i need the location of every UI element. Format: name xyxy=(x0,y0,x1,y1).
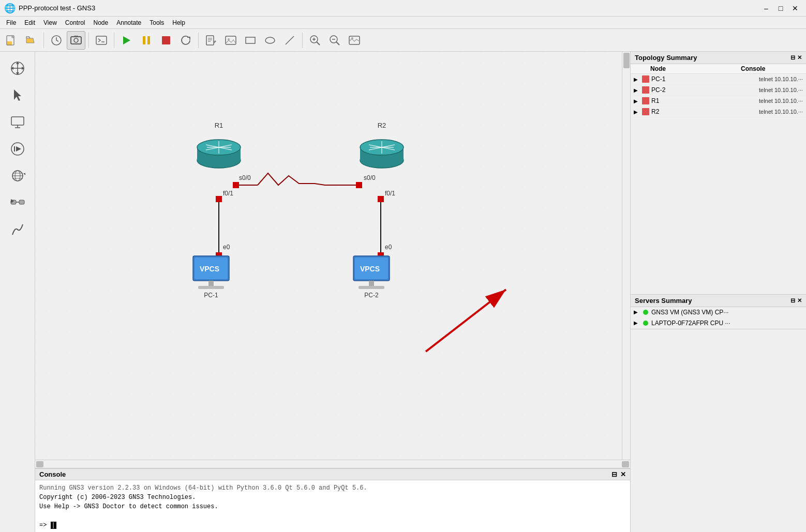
menu-file[interactable]: File xyxy=(2,18,20,27)
move-tool-button[interactable] xyxy=(5,56,30,81)
svg-rect-94 xyxy=(208,281,214,286)
app-icon: 🌐 xyxy=(4,3,16,14)
status-icon-r2 xyxy=(642,108,649,115)
screenshot-button[interactable] xyxy=(67,31,85,50)
console-header: Console ⊟ ✕ xyxy=(35,469,630,480)
network-button[interactable] xyxy=(5,163,30,188)
open-button[interactable] xyxy=(22,31,40,50)
console-line-2: Copyright (c) 2006-2023 GNS3 Technologie… xyxy=(39,493,626,502)
svg-text:VPCS: VPCS xyxy=(200,265,219,273)
node-name-pc1: PC-1 xyxy=(651,75,759,83)
svg-text:PC-2: PC-2 xyxy=(364,292,379,299)
display-button[interactable] xyxy=(5,110,30,134)
console-line-blank xyxy=(39,511,626,521)
screenshot2-button[interactable] xyxy=(345,31,364,50)
svg-text:VPCS: VPCS xyxy=(360,265,380,273)
menu-annotate[interactable]: Annotate xyxy=(112,18,145,27)
pause-all-button[interactable] xyxy=(137,31,156,50)
svg-rect-95 xyxy=(198,286,224,289)
servers-summary: Servers Summary ⊟ ✕ ▶ GNS3 VM (GNS3 VM) … xyxy=(631,295,806,329)
cable-button[interactable] xyxy=(5,217,30,242)
line-button[interactable] xyxy=(280,31,299,50)
toolbar-sep-4 xyxy=(198,33,199,48)
status-dot-laptop xyxy=(643,321,648,326)
menu-help[interactable]: Help xyxy=(168,18,189,27)
servers-pin-icon[interactable]: ⊟ xyxy=(790,297,795,304)
topology-col-icon xyxy=(643,65,650,72)
title-controls: – □ ✕ xyxy=(759,2,802,15)
svg-rect-12 xyxy=(147,36,150,44)
svg-text:PC-1: PC-1 xyxy=(204,292,218,299)
servers-close-icon[interactable]: ✕ xyxy=(797,297,802,304)
history-button[interactable] xyxy=(47,31,66,50)
console-icon-2[interactable]: ✕ xyxy=(620,470,626,478)
terminal-button[interactable] xyxy=(92,31,111,50)
close-button[interactable]: ✕ xyxy=(788,2,802,15)
select-tool-button[interactable] xyxy=(5,83,30,108)
svg-point-21 xyxy=(265,37,275,43)
svg-marker-39 xyxy=(14,89,21,101)
node-name-pc2: PC-2 xyxy=(651,86,759,94)
svg-rect-57 xyxy=(35,52,630,460)
connect-button[interactable] xyxy=(5,190,30,215)
svg-rect-11 xyxy=(143,36,145,44)
edit-note-button[interactable] xyxy=(202,31,220,50)
canvas-hscroll[interactable] xyxy=(35,460,630,468)
expand-icon-r2[interactable]: ▶ xyxy=(634,109,640,115)
svg-rect-64 xyxy=(356,182,362,188)
canvas-wrapper[interactable]: s0/0 s0/0 f0/1 f0/1 e0 e0 xyxy=(35,52,630,460)
left-sidebar xyxy=(0,52,35,532)
expand-icon-gns3vm[interactable]: ▶ xyxy=(634,309,640,315)
topology-pin-icon[interactable]: ⊟ xyxy=(790,54,795,61)
menu-edit[interactable]: Edit xyxy=(20,18,39,27)
toolbar-sep-1 xyxy=(43,33,44,48)
topology-title: Topology Summary xyxy=(635,54,697,62)
menu-tools[interactable]: Tools xyxy=(145,18,168,27)
topology-summary: Topology Summary ⊟ ✕ Node Console ▶ xyxy=(631,52,806,295)
zoom-in-button[interactable] xyxy=(306,31,324,50)
svg-rect-5 xyxy=(71,37,81,44)
menu-control[interactable]: Control xyxy=(61,18,89,27)
svg-rect-20 xyxy=(246,37,255,43)
canvas-vscroll[interactable] xyxy=(622,52,630,460)
menu-view[interactable]: View xyxy=(39,18,61,27)
expand-icon-pc2[interactable]: ▶ xyxy=(634,87,640,93)
menu-bar: File Edit View Control Node Annotate Too… xyxy=(0,17,806,29)
maximize-button[interactable]: □ xyxy=(774,2,787,15)
ellipse-button[interactable] xyxy=(261,31,279,50)
start-all-button[interactable] xyxy=(117,31,136,50)
server-row-laptop[interactable]: ▶ LAPTOP-0F72AFPR CPU ··· xyxy=(631,318,806,329)
toolbar-sep-3 xyxy=(114,33,114,48)
console-content[interactable]: Running GNS3 version 2.2.33 on Windows (… xyxy=(35,480,630,532)
playback-button[interactable] xyxy=(5,136,30,161)
topology-row-r1[interactable]: ▶ R1 telnet 10.10.10.··· xyxy=(631,96,806,107)
reload-button[interactable] xyxy=(176,31,195,50)
svg-marker-44 xyxy=(16,146,21,151)
network-diagram[interactable]: s0/0 s0/0 f0/1 f0/1 e0 e0 xyxy=(35,52,630,460)
expand-icon-r1[interactable]: ▶ xyxy=(634,98,640,104)
menu-node[interactable]: Node xyxy=(89,18,113,27)
svg-line-22 xyxy=(286,36,294,44)
console-icon-1[interactable]: ⊟ xyxy=(611,470,617,478)
topology-row-pc2[interactable]: ▶ PC-2 telnet 10.10.10.··· xyxy=(631,85,806,96)
minimize-button[interactable]: – xyxy=(759,2,773,15)
new-button[interactable] xyxy=(2,31,21,50)
servers-header: Servers Summary ⊟ ✕ xyxy=(631,295,806,307)
svg-rect-63 xyxy=(233,182,239,188)
expand-icon-laptop[interactable]: ▶ xyxy=(634,320,640,326)
svg-marker-51 xyxy=(23,173,25,175)
server-name-gns3vm: GNS3 VM (GNS3 VM) CP··· xyxy=(651,309,728,316)
topology-header: Topology Summary ⊟ ✕ xyxy=(631,52,806,64)
stop-all-button[interactable] xyxy=(157,31,175,50)
server-row-gns3vm[interactable]: ▶ GNS3 VM (GNS3 VM) CP··· xyxy=(631,307,806,318)
topology-row-pc1[interactable]: ▶ PC-1 telnet 10.10.10.··· xyxy=(631,74,806,85)
rectangle-button[interactable] xyxy=(241,31,260,50)
title-bar: 🌐 PPP-protocol test - GNS3 – □ ✕ xyxy=(0,0,806,17)
node-name-r2: R2 xyxy=(651,108,759,115)
topology-close-icon[interactable]: ✕ xyxy=(797,54,802,61)
zoom-out-button[interactable] xyxy=(325,31,344,50)
expand-icon-pc1[interactable]: ▶ xyxy=(634,77,640,82)
topology-row-r2[interactable]: ▶ R2 telnet 10.10.10.··· xyxy=(631,107,806,117)
console-header-icons: ⊟ ✕ xyxy=(611,470,626,478)
image-button[interactable] xyxy=(221,31,240,50)
